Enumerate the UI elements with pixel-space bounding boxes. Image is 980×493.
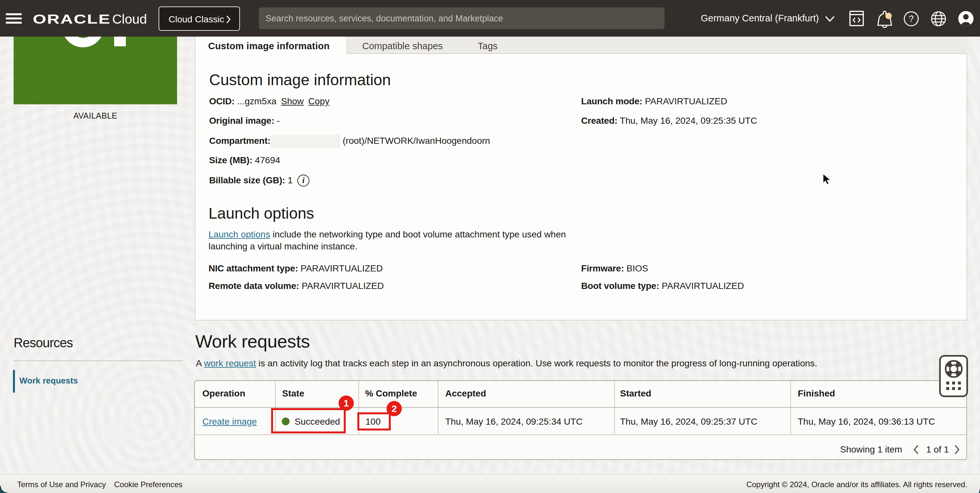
svg-text:?: ? xyxy=(908,14,913,24)
